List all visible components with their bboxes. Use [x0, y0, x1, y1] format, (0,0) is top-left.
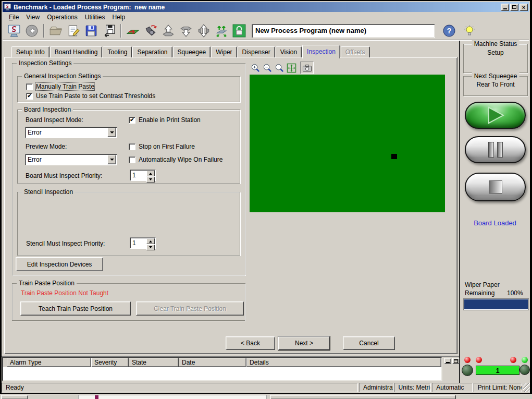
edit-inspection-devices-button[interactable]: Edit Inspection Devices — [16, 257, 103, 271]
chevron-down-icon[interactable] — [107, 128, 116, 137]
edit-program-icon[interactable] — [66, 23, 81, 38]
menu-view[interactable]: View — [23, 13, 43, 21]
next-button[interactable]: Next > — [278, 336, 330, 350]
toolbar-separator — [120, 24, 121, 38]
tab-squeegee[interactable]: Squeegee — [173, 46, 211, 57]
alarm-col-details[interactable]: Details — [246, 358, 441, 367]
status-print-limit: Print Limit: None — [474, 383, 522, 392]
app-window: Benchmark - Loaded Process Program: new … — [2, 1, 530, 393]
zoom-out-icon[interactable] — [262, 63, 273, 74]
program-name-field[interactable]: New Process Program (new name) — [252, 24, 435, 38]
tab-board-handling[interactable]: Board Handling — [50, 46, 103, 57]
magnifier-icon[interactable] — [274, 63, 285, 74]
spin-up-button[interactable] — [146, 238, 155, 244]
stencil-priority-spinner[interactable]: 1 — [130, 237, 156, 249]
enable-in-print-station-checkbox[interactable]: ✔ Enable in Print Station — [129, 116, 201, 124]
use-train-paste-checkbox[interactable]: ✔ Use Train Paste to set Contrast Thresh… — [26, 92, 155, 100]
menu-operations[interactable]: Operations — [44, 13, 81, 21]
taskbar-quicklaunch[interactable] — [78, 395, 267, 399]
checkbox-box[interactable]: ✔ — [129, 117, 135, 124]
alarm-panel-expand-button[interactable] — [452, 358, 460, 364]
move-updown-icon[interactable] — [196, 23, 211, 38]
title-bar[interactable]: Benchmark - Loaded Process Program: new … — [3, 2, 529, 12]
checkbox-box[interactable]: ✔ — [129, 156, 135, 163]
menu-utilities[interactable]: Utilities — [82, 13, 108, 21]
stencil-priority-value[interactable]: 1 — [130, 238, 146, 248]
alarm-table-header: Alarm Type Severity State Date Details — [3, 358, 441, 367]
taskbar-button[interactable] — [1, 395, 28, 399]
checkbox-box[interactable]: ✔ — [129, 143, 135, 150]
alarm-empty-row[interactable] — [3, 367, 441, 376]
checkbox-label: Automatically Wipe On Failure — [139, 156, 222, 163]
spin-down-button[interactable] — [146, 245, 155, 250]
tab-vision[interactable]: Vision — [276, 46, 302, 57]
benchmark-home-icon[interactable] — [7, 23, 21, 38]
start-button[interactable] — [465, 102, 526, 129]
board-inspect-mode-select[interactable]: Error — [25, 127, 117, 138]
maximize-button[interactable] — [510, 4, 518, 11]
save-icon[interactable] — [84, 23, 98, 38]
pan-icon[interactable] — [286, 63, 297, 74]
menu-file[interactable]: File — [6, 13, 22, 21]
lower-table-icon[interactable] — [179, 23, 193, 38]
open-program-icon[interactable] — [48, 23, 63, 38]
close-icon: × — [522, 5, 525, 10]
pause-icon — [487, 142, 504, 158]
checkbox-box[interactable]: ✔ — [26, 93, 33, 100]
board-priority-value[interactable]: 1 — [130, 170, 146, 180]
taskbar-window-button[interactable] — [270, 395, 456, 399]
preview-mode-select[interactable]: Error — [25, 154, 117, 165]
indicator-lamp-icon[interactable] — [462, 365, 473, 376]
indicator-lamp-icon[interactable] — [519, 365, 530, 375]
tab-dispenser[interactable]: Dispenser — [238, 46, 275, 57]
status-units: Units: Metric — [394, 383, 431, 392]
chevron-down-icon[interactable] — [107, 155, 116, 164]
checkbox-label: Stop on First Failure — [139, 143, 195, 150]
raise-table-icon[interactable] — [161, 23, 176, 38]
menu-help[interactable]: Help — [109, 13, 129, 21]
back-arrow-icon[interactable] — [24, 23, 39, 38]
preview-mode-label: Preview Mode: — [26, 143, 67, 150]
tab-wiper[interactable]: Wiper — [211, 46, 237, 57]
alarm-col-date[interactable]: Date — [179, 358, 246, 367]
spin-up-button[interactable] — [146, 171, 155, 176]
tab-bar: Setup Info Board Handling Tooling Separa… — [11, 45, 370, 57]
lock-icon[interactable] — [232, 23, 246, 38]
teach-train-paste-button[interactable]: Teach Train Paste Position — [20, 301, 131, 316]
save-as-icon[interactable] — [102, 23, 116, 38]
snapshot-camera-icon[interactable] — [300, 62, 314, 74]
board-inspection-group: Board Inspection Board Inspect Mode: ✔ E… — [17, 110, 240, 184]
tab-inspection[interactable]: Inspection — [302, 45, 340, 58]
zoom-in-icon[interactable] — [250, 63, 261, 74]
tab-tooling[interactable]: Tooling — [103, 46, 132, 57]
auto-wipe-on-failure-checkbox[interactable]: ✔ Automatically Wipe On Failure — [129, 156, 222, 163]
alarm-col-state[interactable]: State — [129, 358, 179, 367]
help-icon[interactable]: ? — [442, 25, 455, 38]
tab-setup-info[interactable]: Setup Info — [11, 46, 50, 57]
alarm-col-severity[interactable]: Severity — [91, 358, 129, 367]
stop-on-first-failure-checkbox[interactable]: ✔ Stop on First Failure — [129, 143, 195, 150]
stencil-priority-label: Stencil Must Inspect Priority: — [26, 240, 105, 247]
board-priority-spinner[interactable]: 1 — [130, 170, 156, 181]
alarm-panel-collapse-button[interactable] — [444, 358, 451, 364]
spin-down-button[interactable] — [146, 177, 155, 183]
checkbox-box[interactable]: ✔ — [26, 83, 33, 90]
camera-icon[interactable] — [143, 23, 158, 38]
back-button[interactable]: < Back — [226, 336, 275, 350]
close-button[interactable]: × — [519, 4, 528, 11]
tip-lightbulb-icon[interactable] — [463, 25, 476, 38]
load-board-icon[interactable] — [126, 23, 140, 38]
pause-button[interactable] — [465, 136, 526, 163]
stop-button[interactable] — [465, 173, 526, 201]
alarm-col-type[interactable]: Alarm Type — [7, 358, 91, 367]
tab-separation[interactable]: Separation — [132, 46, 172, 57]
status-user: Administrator — [359, 383, 393, 392]
home-axes-icon[interactable] — [214, 23, 229, 38]
minimize-icon — [503, 8, 507, 9]
cancel-button[interactable]: Cancel — [343, 336, 395, 350]
manually-train-paste-checkbox[interactable]: ✔ Manually Train Paste — [26, 83, 94, 90]
resize-grip[interactable] — [523, 383, 530, 392]
minimize-button[interactable] — [501, 4, 509, 11]
alarm-panel: Alarm Type Severity State Date Details — [2, 357, 442, 381]
camera-video-view[interactable] — [250, 75, 445, 212]
